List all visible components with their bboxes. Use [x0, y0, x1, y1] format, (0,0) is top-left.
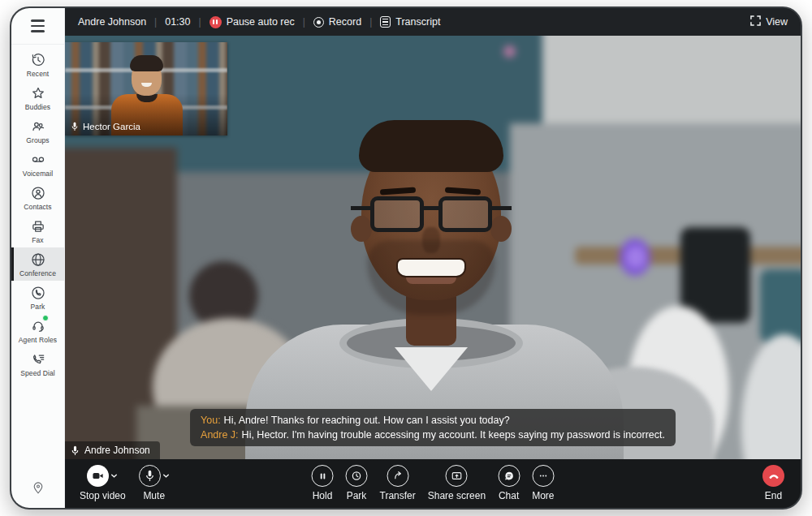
separator: | — [369, 16, 372, 28]
mic-icon — [139, 465, 161, 487]
live-captions: You:Hi, Andre! Thanks for reaching out. … — [190, 409, 676, 446]
sidebar-item-contacts[interactable]: Contacts — [11, 181, 64, 214]
sidebar-item-label: Voicemail — [23, 170, 53, 178]
screen-share-icon — [446, 465, 468, 487]
end-call-button[interactable]: End — [762, 465, 784, 501]
contact-circle-icon — [30, 184, 46, 202]
recent-clock-icon — [30, 51, 46, 69]
caption-speaker: You: — [201, 415, 221, 426]
sidebar-item-agent-roles[interactable]: Agent Roles — [11, 314, 64, 347]
headset-icon — [30, 317, 46, 335]
location-pin-icon[interactable] — [11, 480, 64, 495]
sidebar-item-label: Contacts — [24, 203, 51, 211]
caption-speaker: Andre J: — [201, 429, 239, 441]
sidebar-item-conference[interactable]: Conference — [11, 247, 64, 281]
hold-button[interactable]: Hold — [312, 465, 334, 501]
separator: | — [154, 16, 157, 28]
speed-dial-phone-icon — [30, 350, 46, 368]
main-video-tile: Hector Garcia Andre Johnson You:Hi, Andr… — [65, 36, 801, 459]
sidebar-item-label: Agent Roles — [19, 336, 57, 344]
sidebar-item-buddies[interactable]: Buddies — [11, 81, 64, 114]
caption-line: You:Hi, Andre! Thanks for reaching out. … — [201, 413, 665, 428]
mic-icon — [71, 122, 79, 131]
sidebar-item-groups[interactable]: Groups — [11, 114, 64, 148]
transfer-button[interactable]: Transfer — [380, 465, 416, 501]
record-button[interactable]: Record — [313, 16, 361, 28]
share-screen-button[interactable]: Share screen — [428, 465, 486, 501]
record-icon — [313, 17, 324, 28]
sidebar-item-speed-dial[interactable]: Speed Dial — [11, 347, 64, 381]
sidebar: Recent Buddies Groups Voicemail Contacts — [11, 8, 65, 508]
more-button[interactable]: More — [532, 465, 554, 501]
voicemail-icon — [30, 151, 46, 169]
park-button[interactable]: Park — [346, 465, 368, 501]
pip-name-label: Hector Garcia — [71, 122, 140, 131]
phone-circle-icon — [30, 284, 46, 302]
sidebar-item-label: Groups — [26, 136, 49, 144]
call-duration: 01:30 — [165, 16, 190, 28]
pause-recording-icon — [209, 16, 222, 28]
clock-icon — [346, 465, 368, 487]
sidebar-item-label: Conference — [19, 269, 56, 277]
ellipsis-icon — [532, 465, 554, 487]
mute-button[interactable]: Mute — [139, 465, 170, 501]
menu-button[interactable] — [11, 8, 64, 44]
printer-icon — [30, 217, 46, 235]
conference-globe-icon — [30, 251, 46, 269]
chevron-down-icon[interactable] — [110, 472, 118, 479]
stop-video-button[interactable]: Stop video — [80, 465, 126, 501]
sidebar-item-park[interactable]: Park — [11, 281, 64, 314]
chat-button[interactable]: Chat — [498, 465, 520, 501]
pause-auto-rec-button[interactable]: Pause auto rec — [209, 16, 295, 28]
caller-name: Andre Johnson — [78, 16, 146, 28]
mic-icon — [71, 445, 80, 456]
view-button[interactable]: View — [750, 15, 788, 28]
transcript-button[interactable]: Transcript — [380, 16, 440, 28]
sidebar-item-label: Speed Dial — [20, 369, 55, 377]
transcript-icon — [380, 16, 391, 28]
sidebar-item-fax[interactable]: Fax — [11, 214, 64, 247]
sidebar-item-label: Buddies — [25, 103, 50, 111]
sidebar-item-label: Fax — [32, 236, 43, 244]
divider — [11, 44, 64, 45]
active-speaker-label: Andre Johnson — [65, 441, 160, 459]
separator: | — [303, 16, 305, 28]
call-controls: Stop video Mute Hold — [65, 459, 801, 508]
chat-bubble-icon — [498, 465, 520, 487]
status-dot — [42, 315, 49, 321]
pause-icon — [312, 465, 334, 487]
sidebar-item-voicemail[interactable]: Voicemail — [11, 148, 64, 181]
end-call-icon — [762, 465, 784, 487]
caption-line: Andre J:Hi, Hector. I'm having trouble a… — [201, 428, 665, 442]
call-header: Andre Johnson | 01:30 | Pause auto rec |… — [65, 8, 801, 36]
star-icon — [30, 84, 46, 102]
separator: | — [199, 16, 201, 28]
sidebar-item-recent[interactable]: Recent — [11, 48, 64, 81]
sidebar-item-label: Recent — [27, 70, 50, 78]
camera-icon — [87, 465, 109, 487]
call-window: Recent Buddies Groups Voicemail Contacts — [10, 6, 802, 510]
chevron-down-icon[interactable] — [162, 472, 170, 479]
pip-video-hector[interactable]: Hector Garcia — [65, 42, 227, 135]
people-icon — [30, 118, 46, 135]
fullscreen-icon — [750, 15, 761, 28]
transfer-arrow-icon — [387, 465, 408, 487]
sidebar-item-label: Park — [31, 303, 45, 311]
